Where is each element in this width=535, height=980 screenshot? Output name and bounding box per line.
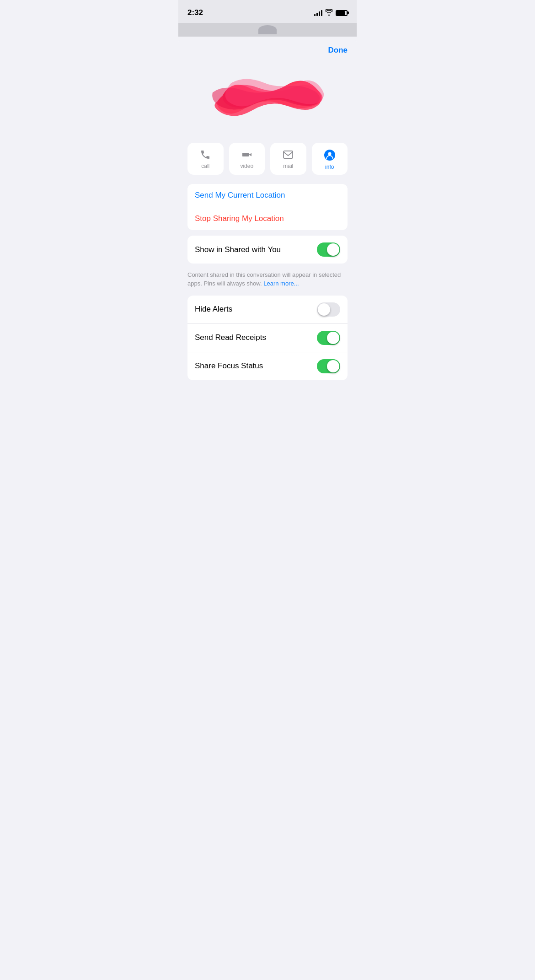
background-avatar-peek [258, 25, 277, 34]
sheet-header: Done [178, 37, 357, 60]
settings-card: Hide Alerts Send Read Receipts Share Foc… [187, 296, 348, 380]
learn-more-link[interactable]: Learn more... [263, 280, 299, 287]
share-focus-status-row: Share Focus Status [187, 352, 348, 380]
svg-point-2 [328, 152, 331, 156]
show-in-shared-label: Show in Shared with You [195, 245, 281, 254]
svg-rect-0 [284, 151, 293, 158]
shared-description: Content shared in this conversation will… [178, 269, 357, 296]
status-icons [314, 9, 348, 17]
show-in-shared-toggle[interactable] [317, 242, 340, 257]
hide-alerts-label: Hide Alerts [195, 305, 232, 314]
mail-button[interactable]: mail [270, 143, 306, 175]
video-label: video [240, 163, 253, 169]
hide-alerts-row: Hide Alerts [187, 296, 348, 323]
action-buttons-row: call video mail [178, 143, 357, 184]
done-button[interactable]: Done [328, 44, 348, 57]
location-card: Send My Current Location Stop Sharing My… [187, 184, 348, 230]
video-icon [241, 149, 252, 160]
show-in-shared-row: Show in Shared with You [187, 236, 348, 264]
mail-label: mail [283, 163, 293, 169]
info-button[interactable]: info [312, 143, 348, 175]
call-label: call [201, 163, 209, 169]
stop-sharing-label: Stop Sharing My Location [195, 214, 284, 223]
stop-sharing-row[interactable]: Stop Sharing My Location [187, 207, 348, 230]
share-focus-status-toggle[interactable] [317, 359, 340, 373]
signal-bars-icon [314, 10, 322, 16]
envelope-icon [283, 149, 294, 160]
redacted-name [208, 65, 327, 129]
wifi-icon [325, 9, 333, 17]
background-hint [178, 23, 357, 37]
send-read-receipts-label: Send Read Receipts [195, 333, 266, 342]
send-location-row[interactable]: Send My Current Location [187, 184, 348, 207]
phone-icon [200, 149, 211, 160]
person-circle-icon [324, 149, 336, 161]
hide-alerts-toggle[interactable] [317, 302, 340, 317]
shared-with-you-card: Show in Shared with You [187, 236, 348, 264]
avatar-area [178, 60, 357, 143]
share-focus-status-label: Share Focus Status [195, 361, 263, 371]
battery-icon [336, 10, 348, 16]
video-button[interactable]: video [229, 143, 265, 175]
send-location-label: Send My Current Location [195, 191, 285, 200]
detail-sheet: Done call [178, 37, 357, 380]
status-bar: 2:32 [178, 0, 357, 23]
call-button[interactable]: call [187, 143, 224, 175]
send-read-receipts-toggle[interactable] [317, 331, 340, 345]
status-time: 2:32 [187, 8, 203, 17]
info-label: info [325, 164, 334, 170]
send-read-receipts-row: Send Read Receipts [187, 323, 348, 352]
